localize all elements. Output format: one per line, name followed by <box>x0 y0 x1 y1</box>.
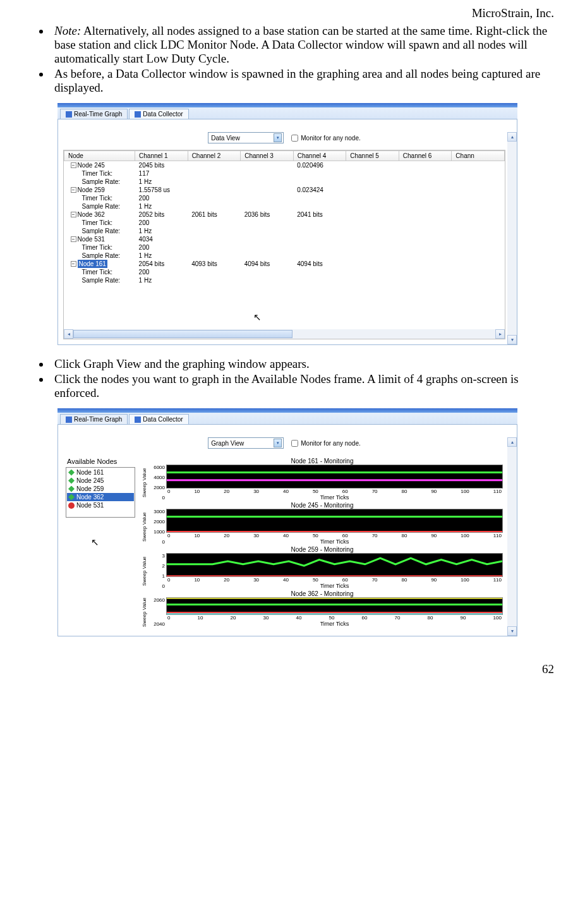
table-row[interactable]: − Node 3622052 bits2061 bits2036 bits204… <box>64 210 505 219</box>
table-row[interactable]: − Node 2591.55758 us0.023424 <box>64 186 505 194</box>
tab-label: Data Collector <box>143 111 183 118</box>
column-header[interactable]: Channel 6 <box>399 151 452 161</box>
x-tick: 60 <box>342 533 348 538</box>
x-axis-label: Timer Ticks <box>166 621 503 627</box>
value-cell <box>188 219 241 227</box>
scroll-down-icon[interactable]: ▾ <box>507 335 517 344</box>
node-cell: − Node 245 <box>64 161 135 170</box>
h-scrollbar[interactable]: ◂ ▸ <box>64 329 505 339</box>
value-cell <box>346 227 399 235</box>
scroll-track[interactable] <box>73 329 495 339</box>
value-cell <box>188 186 241 194</box>
value-cell <box>241 219 294 227</box>
plot-canvas <box>166 465 503 489</box>
monitor-checkbox[interactable]: Monitor for any node. <box>291 135 361 142</box>
table-row[interactable]: − Node 2452045 bits0.020496 <box>64 161 505 170</box>
column-header[interactable]: Channel 1 <box>135 151 188 161</box>
tab-data-collector[interactable]: Data Collector <box>129 414 188 424</box>
node-table: NodeChannel 1Channel 2Channel 3Channel 4… <box>64 150 505 284</box>
screenshot-graph-view: Real-Time Graph Data Collector Graph Vie… <box>57 408 518 637</box>
node-active-icon <box>68 486 75 492</box>
value-cell: 2061 bits <box>188 210 241 219</box>
v-scrollbar[interactable]: ▴ ▾ <box>507 132 517 344</box>
y-axis-label: Sweep Value <box>142 509 147 545</box>
note-prefix: Note: <box>54 24 81 37</box>
x-tick: 100 <box>461 577 469 583</box>
scroll-up-icon[interactable]: ▴ <box>507 437 517 447</box>
value-cell <box>346 276 399 284</box>
view-dropdown[interactable]: Graph View ▾ <box>208 437 284 449</box>
y-tick: 3000 <box>148 509 165 514</box>
x-tick: 20 <box>224 489 229 494</box>
table-row[interactable]: Timer Tick:117 <box>64 169 505 178</box>
table-row[interactable]: Timer Tick:200 <box>64 243 505 252</box>
monitor-checkbox-input[interactable] <box>291 135 298 142</box>
table-row[interactable]: Timer Tick:200 <box>64 268 505 276</box>
tab-realtime-graph[interactable]: Real-Time Graph <box>60 109 128 119</box>
bullet-2: As before, a Data Collector window is sp… <box>51 67 554 95</box>
view-dropdown[interactable]: Data View ▾ <box>208 132 284 143</box>
column-header[interactable]: Channel 4 <box>293 151 346 161</box>
table-row[interactable]: Timer Tick:200 <box>64 219 505 227</box>
tab-realtime-graph[interactable]: Real-Time Graph <box>60 414 128 424</box>
column-header[interactable]: Channel 3 <box>241 151 294 161</box>
value-cell <box>241 202 294 210</box>
column-header[interactable]: Channel 5 <box>346 151 399 161</box>
value-cell <box>399 186 452 194</box>
value-cell <box>399 235 452 243</box>
value-cell <box>452 194 505 202</box>
available-node-item[interactable]: Node 259 <box>67 485 134 493</box>
column-header[interactable]: Channel 2 <box>188 151 241 161</box>
available-node-item[interactable]: Node 531 <box>67 501 134 509</box>
chart-title: Node 161 - Monitoring <box>142 458 503 465</box>
value-cell: 1 Hz <box>135 276 188 284</box>
x-tick: 90 <box>431 577 437 583</box>
available-node-item[interactable]: Node 161 <box>67 468 134 477</box>
table-row[interactable]: − Node 5314034 <box>64 235 505 243</box>
x-tick: 80 <box>402 533 407 538</box>
cursor-icon: ↖ <box>253 312 262 323</box>
x-tick: 50 <box>313 533 318 538</box>
available-node-item[interactable]: Node 245 <box>67 477 134 485</box>
scroll-down-icon[interactable]: ▾ <box>507 626 517 636</box>
scroll-thumb[interactable] <box>73 330 293 338</box>
value-cell <box>452 186 505 194</box>
monitor-label: Monitor for any node. <box>301 440 361 447</box>
available-nodes-list[interactable]: Node 161Node 245Node 259Node 362Node 531 <box>66 467 135 518</box>
table-row[interactable]: Sample Rate:1 Hz <box>64 178 505 186</box>
value-cell: 200 <box>135 219 188 227</box>
x-tick: 90 <box>431 533 437 538</box>
available-node-item[interactable]: Node 362 <box>67 493 134 501</box>
scroll-left-icon[interactable]: ◂ <box>64 329 73 339</box>
monitor-checkbox-input[interactable] <box>291 440 298 447</box>
value-cell: 4093 bits <box>188 260 241 268</box>
x-tick: 50 <box>313 489 318 494</box>
scroll-up-icon[interactable]: ▴ <box>507 132 517 142</box>
tab-data-collector[interactable]: Data Collector <box>129 109 188 119</box>
monitor-checkbox[interactable]: Monitor for any node. <box>291 440 361 447</box>
value-cell: 1 Hz <box>135 252 188 260</box>
value-cell <box>346 194 399 202</box>
window-titlebar <box>57 103 517 107</box>
x-tick: 60 <box>342 577 348 583</box>
available-nodes-title: Available Nodes <box>67 458 135 465</box>
scroll-right-icon[interactable]: ▸ <box>495 329 505 339</box>
table-row[interactable]: Sample Rate:1 Hz <box>64 276 505 284</box>
column-header[interactable]: Node <box>64 151 135 161</box>
column-header[interactable]: Chann <box>452 151 505 161</box>
table-row[interactable]: Sample Rate:1 Hz <box>64 202 505 210</box>
table-row[interactable]: Sample Rate:1 Hz <box>64 227 505 235</box>
x-tick: 0 <box>167 615 170 621</box>
v-scrollbar[interactable]: ▴ ▾ <box>507 437 517 636</box>
v-scroll-track[interactable] <box>507 142 517 335</box>
y-tick: 4000 <box>148 475 165 480</box>
node-label: Node 362 <box>76 493 104 501</box>
table-row[interactable]: Sample Rate:1 Hz <box>64 252 505 260</box>
v-scroll-track[interactable] <box>507 447 517 626</box>
table-row[interactable]: − Node 1612054 bits4093 bits4094 bits409… <box>64 260 505 268</box>
x-tick: 60 <box>342 489 348 494</box>
value-cell <box>399 268 452 276</box>
table-row[interactable]: Timer Tick:200 <box>64 194 505 202</box>
value-cell <box>188 202 241 210</box>
graph-icon <box>66 416 72 423</box>
